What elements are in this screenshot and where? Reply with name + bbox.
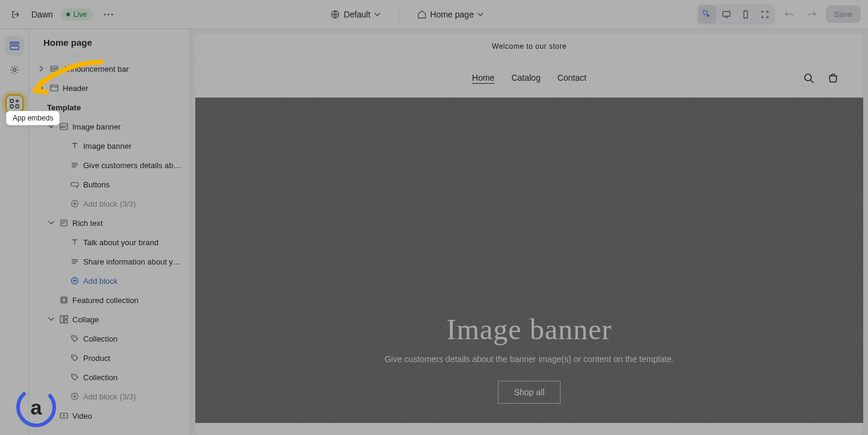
svg-rect-5 (723, 11, 730, 16)
tree-item-12[interactable]: Featured collection (29, 290, 190, 310)
save-button[interactable]: Save (826, 5, 861, 23)
tag-icon (70, 372, 80, 382)
device-fullscreen-button[interactable] (756, 5, 774, 23)
tree-item-14[interactable]: Collection (29, 329, 190, 348)
announcement-bar[interactable]: Welcome to our store (195, 34, 863, 60)
svg-rect-10 (10, 99, 13, 102)
svg-point-0 (104, 13, 105, 15)
svg-rect-33 (60, 316, 63, 323)
redo-button[interactable] (803, 5, 821, 23)
svg-rect-24 (61, 220, 67, 226)
tree-item-label: Image banner (83, 142, 131, 151)
svg-point-37 (73, 356, 74, 357)
exit-editor-button[interactable] (7, 6, 24, 23)
desc-icon (70, 257, 80, 266)
tree-item-4[interactable]: Image banner (29, 136, 190, 155)
add-icon (70, 276, 80, 286)
section-icon (49, 64, 59, 74)
tree-item-label: Add block (3/3) (83, 392, 136, 401)
tree-item-6[interactable]: Buttons (29, 175, 190, 194)
live-badge: Live (60, 8, 93, 20)
add-icon (70, 392, 80, 401)
nav-home-link[interactable]: Home (472, 73, 494, 84)
live-label: Live (74, 10, 87, 19)
tree-item-label: Image banner (72, 122, 121, 131)
device-inspector-button[interactable] (698, 5, 716, 23)
store-nav: Home Catalog Contact (472, 73, 587, 84)
tree-item-label: Product (83, 354, 110, 363)
chevron-down-icon (477, 13, 483, 16)
fullscreen-icon (760, 10, 770, 19)
live-dot-icon (66, 13, 70, 16)
banner-subtitle: Give customers details about the banner … (385, 354, 674, 364)
svg-point-2 (111, 13, 113, 15)
locale-label: Default (344, 10, 370, 19)
image-icon (59, 122, 69, 131)
rail-settings-button[interactable] (5, 60, 24, 80)
tree-item-label: Collection (83, 334, 118, 343)
add-icon (70, 199, 80, 208)
tree-item-label: Share information about your bra... (83, 257, 185, 266)
banner-button[interactable]: Shop all (498, 381, 561, 404)
topbar: Dawn Live Default Home page Sav (0, 0, 868, 29)
tree-item-label: Add block (3/3) (83, 199, 136, 208)
svg-rect-17 (60, 124, 68, 130)
preview-pane: Welcome to our store Home Catalog Contac… (195, 34, 863, 435)
exit-icon (11, 10, 20, 19)
divider (398, 7, 399, 22)
tree-item-label: Header (63, 84, 89, 93)
collection-icon (59, 295, 69, 305)
tag-icon (70, 334, 80, 343)
rail-sections-button[interactable] (5, 36, 24, 55)
tree-item-label: Buttons (83, 180, 110, 189)
svg-rect-35 (64, 320, 68, 323)
gear-icon (9, 64, 20, 75)
undo-icon (784, 10, 794, 19)
video-icon (59, 411, 69, 421)
device-mobile-button[interactable] (737, 5, 755, 23)
tree-item-11[interactable]: Add block (29, 271, 190, 290)
page-dropdown[interactable]: Home page (411, 6, 489, 23)
app-embeds-icon (9, 98, 20, 109)
tree-item-7: Add block (3/3) (29, 194, 190, 213)
more-button[interactable] (100, 6, 117, 23)
tree-item-10[interactable]: Share information about your bra... (29, 252, 190, 271)
store-header: Home Catalog Contact (195, 60, 863, 98)
locale-dropdown[interactable]: Default (324, 6, 386, 23)
mobile-icon (741, 10, 750, 19)
svg-point-41 (805, 74, 811, 81)
tooltip-app-embeds: App embeds (6, 111, 60, 125)
svg-rect-14 (51, 69, 58, 71)
device-desktop-button[interactable] (717, 5, 735, 23)
desc-icon (70, 160, 80, 170)
tree-item-label: Featured collection (72, 296, 139, 305)
undo-button[interactable] (780, 5, 798, 23)
nav-catalog-link[interactable]: Catalog (511, 73, 540, 84)
tree-item-15[interactable]: Product (29, 348, 190, 368)
sidebar-title: Home page (29, 29, 190, 57)
text-icon (70, 141, 80, 151)
svg-point-38 (73, 375, 74, 377)
svg-rect-15 (51, 85, 58, 91)
tree-item-label: Give customers details about the... (83, 161, 185, 170)
nav-contact-link[interactable]: Contact (558, 73, 587, 84)
tree-item-5[interactable]: Give customers details about the... (29, 155, 190, 175)
richtext-icon (59, 218, 69, 228)
search-button[interactable] (803, 72, 815, 84)
text-icon (70, 237, 80, 247)
tree-item-16[interactable]: Collection (29, 368, 190, 387)
tree-item-0[interactable]: Announcement bar (29, 59, 190, 78)
tree-item-9[interactable]: Talk about your brand (29, 233, 190, 252)
desktop-icon (722, 10, 731, 19)
tree-item-8[interactable]: Rich text (29, 213, 190, 233)
image-banner[interactable]: Image banner Give customers details abou… (195, 98, 863, 423)
chevron-down-icon (374, 13, 380, 16)
chevron-right-icon (37, 84, 46, 92)
tree-item-1[interactable]: Header (29, 78, 190, 98)
header-icon (49, 83, 59, 93)
tree-item-label: Talk about your brand (83, 238, 159, 247)
tree-item-13[interactable]: Collage (29, 310, 190, 329)
chevron-right-icon (37, 64, 46, 73)
svg-rect-12 (16, 105, 19, 108)
cart-button[interactable] (827, 72, 839, 84)
